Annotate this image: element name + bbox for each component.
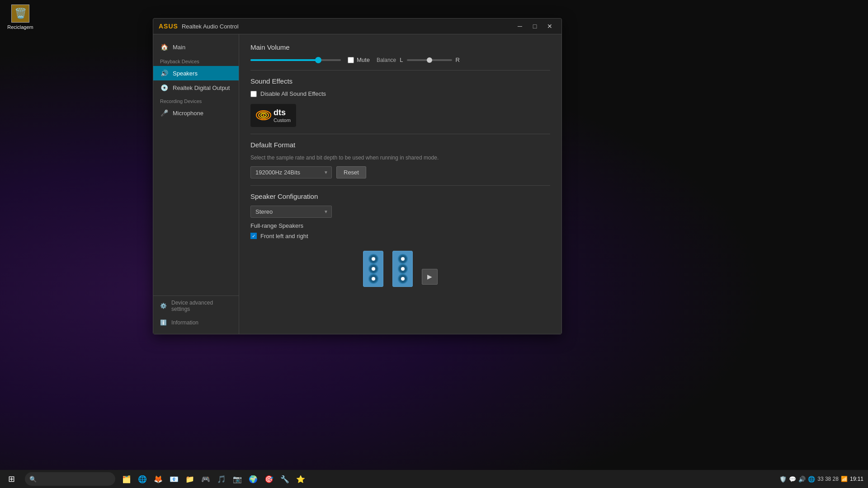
tray-icon-shield[interactable]: 🛡️ [779, 476, 787, 483]
speakers-container: ▶ [250, 246, 550, 291]
speaker-circle-ml [368, 264, 378, 274]
info-icon: ℹ️ [160, 319, 167, 326]
taskbar-icon-6[interactable]: 🎮 [199, 472, 212, 486]
sidebar-item-information[interactable]: ℹ️ Information [153, 316, 239, 329]
volume-slider-container [250, 59, 341, 61]
sidebar-item-digital-output[interactable]: 💿 Realtek Digital Output [153, 80, 239, 95]
taskbar-icon-12[interactable]: ⭐ [294, 472, 307, 486]
mute-checkbox[interactable] [348, 57, 354, 63]
start-button[interactable]: ⊞ [0, 470, 23, 488]
volume-row: Mute Balance L R [250, 56, 550, 63]
default-format-description: Select the sample rate and bit depth to … [250, 154, 550, 162]
dts-text: dts [274, 108, 291, 117]
default-format-title: Default Format [250, 141, 550, 149]
speaker-right [392, 251, 413, 287]
dts-custom-text: Custom [274, 117, 291, 123]
microphone-label: Microphone [173, 110, 203, 117]
dts-circles-svg [256, 108, 272, 123]
asus-logo: ASUS [159, 23, 178, 30]
recycle-bin-icon[interactable]: 🗑️ Reciclagem [5, 5, 36, 30]
taskbar-icon-2[interactable]: 🌐 [136, 472, 149, 486]
tray-icon-speaker[interactable]: 🔊 [798, 476, 806, 483]
minimize-button[interactable]: ─ [514, 21, 526, 31]
tray-network-icon[interactable]: 📶 [841, 476, 848, 482]
information-label: Information [171, 319, 198, 326]
format-select-wrapper: 192000Hz 24Bits 48000Hz 16Bits 44100Hz 1… [250, 166, 332, 178]
balance-left-label: L [400, 56, 403, 63]
taskbar-icon-5[interactable]: 📁 [183, 472, 197, 486]
sidebar-item-main[interactable]: 🏠 Main [153, 39, 239, 55]
balance-thumb [427, 57, 432, 63]
taskbar-right: 🛡️ 💬 🔊 🌐 33 38 28 📶 19:11 [779, 476, 868, 483]
taskbar-icon-9[interactable]: 🌍 [246, 472, 260, 486]
divider-2 [250, 134, 550, 134]
speakers-label: Speakers [173, 70, 198, 77]
balance-right-label: R [456, 56, 460, 63]
tray-icon-network[interactable]: 🌐 [808, 476, 815, 483]
taskbar-search[interactable]: 🔍 [25, 472, 115, 486]
speaker-config-select-wrapper: Stereo Quadraphonic 5.1 Surround 7.1 Sur… [250, 206, 332, 218]
taskbar-icon-8[interactable]: 📷 [231, 472, 244, 486]
format-select[interactable]: 192000Hz 24Bits 48000Hz 16Bits 44100Hz 1… [250, 166, 332, 178]
maximize-button[interactable]: □ [528, 21, 541, 31]
speaker-circle-inner-mr [401, 267, 405, 271]
divider-3 [250, 185, 550, 186]
speaker-config-title: Speaker Configuration [250, 192, 550, 200]
speaker-circle-inner-tl [372, 257, 375, 261]
tray-icon-chat[interactable]: 💬 [789, 476, 796, 483]
speaker-circle-bl [368, 274, 378, 284]
speaker-circle-tl [368, 254, 378, 264]
sidebar-bottom: ⚙️ Device advanced settings ℹ️ Informati… [153, 296, 239, 329]
dts-icon: dts Custom [256, 108, 291, 123]
sidebar-wrapper: 🏠 Main Playback Devices 🔊 Speakers 💿 Rea… [153, 39, 239, 329]
play-button[interactable]: ▶ [422, 269, 438, 285]
taskbar-pinned-icons: 🗂️ 🌐 🦊 📧 📁 🎮 🎵 📷 🌍 🎯 🔧 ⭐ [120, 472, 307, 486]
front-lr-checkbox-checked [250, 233, 257, 239]
dts-logo-container[interactable]: dts Custom [250, 104, 296, 127]
sound-effects-row: Disable All Sound Effects [250, 90, 550, 97]
sidebar-item-speakers[interactable]: 🔊 Speakers [153, 66, 239, 80]
volume-section-title: Main Volume [250, 43, 550, 51]
settings-icon: ⚙️ [160, 303, 167, 309]
volume-slider-thumb [315, 57, 321, 63]
title-bar: ASUS Realtek Audio Control ─ □ ✕ [153, 19, 561, 34]
balance-row: Balance L R [377, 56, 460, 63]
reset-button[interactable]: Reset [336, 166, 366, 178]
taskbar-icon-1[interactable]: 🗂️ [120, 472, 133, 486]
disable-effects-checkbox[interactable] [250, 91, 257, 97]
playback-section-label: Playback Devices [153, 55, 239, 66]
taskbar-icon-11[interactable]: 🔧 [278, 472, 292, 486]
home-icon: 🏠 [160, 43, 168, 51]
mute-checkbox-label[interactable]: Mute [348, 56, 370, 63]
search-icon: 🔍 [29, 476, 37, 483]
taskbar-icon-7[interactable]: 🎵 [215, 472, 228, 486]
disable-effects-label[interactable]: Disable All Sound Effects [250, 90, 326, 97]
app-title: Realtek Audio Control [182, 23, 239, 30]
taskbar-tray: 🛡️ 💬 🔊 🌐 33 38 28 📶 [779, 476, 848, 483]
taskbar-icon-4[interactable]: 📧 [167, 472, 181, 486]
volume-slider-fill [250, 59, 318, 61]
speaker-circle-mr [398, 264, 408, 274]
digital-output-label: Realtek Digital Output [173, 84, 230, 91]
close-button[interactable]: ✕ [543, 21, 556, 31]
speaker-config-select[interactable]: Stereo Quadraphonic 5.1 Surround 7.1 Sur… [250, 206, 332, 218]
title-bar-logo: ASUS Realtek Audio Control [159, 23, 514, 30]
window-body: 🏠 Main Playback Devices 🔊 Speakers 💿 Rea… [153, 34, 561, 334]
balance-slider[interactable] [407, 59, 452, 61]
taskbar: ⊞ 🔍 🗂️ 🌐 🦊 📧 📁 🎮 🎵 📷 🌍 🎯 🔧 ⭐ 🛡️ 💬 🔊 🌐 [0, 470, 868, 488]
format-row: 192000Hz 24Bits 48000Hz 16Bits 44100Hz 1… [250, 166, 550, 178]
speaker-circle-inner-bl [372, 277, 375, 281]
front-lr-checkbox-label[interactable]: Front left and right [250, 233, 550, 239]
sidebar-main-section: 🏠 Main Playback Devices 🔊 Speakers 💿 Rea… [153, 39, 239, 296]
front-lr-text: Front left and right [260, 233, 308, 239]
tray-battery-numbers: 33 38 28 [817, 476, 839, 482]
speaker-circle-inner-ml [372, 267, 375, 271]
taskbar-icon-10[interactable]: 🎯 [262, 472, 276, 486]
sidebar-item-advanced-settings[interactable]: ⚙️ Device advanced settings [153, 296, 239, 316]
taskbar-icon-3[interactable]: 🦊 [151, 472, 165, 486]
recording-section-label: Recording Devices [153, 95, 239, 106]
svg-point-3 [263, 114, 264, 116]
volume-slider-track[interactable] [250, 59, 341, 61]
sidebar-item-microphone[interactable]: 🎤 Microphone [153, 106, 239, 120]
sound-effects-title: Sound Effects [250, 77, 550, 85]
